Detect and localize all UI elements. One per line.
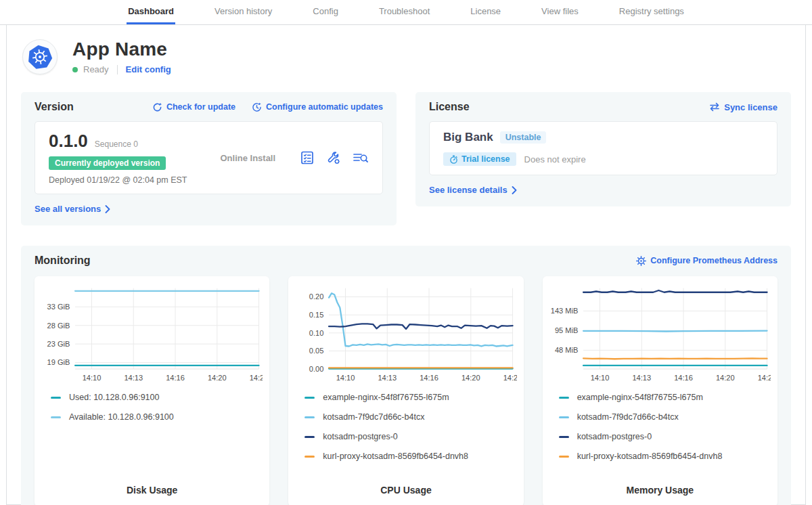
svg-text:14:16: 14:16 <box>166 374 185 382</box>
svg-text:19 GiB: 19 GiB <box>47 358 70 366</box>
legend-item: example-nginx-54f8f76755-l675m <box>559 393 771 402</box>
memory-usage-chart: 14:1014:1314:1614:2014:2348 MiB95 MiB143… <box>549 283 771 387</box>
license-expiry: Does not expire <box>524 154 586 164</box>
legend-swatch <box>559 397 569 399</box>
monitoring-title: Monitoring <box>35 255 91 267</box>
svg-text:33 GiB: 33 GiB <box>47 303 70 311</box>
refresh-icon <box>152 102 162 112</box>
configure-prometheus-label: Configure Prometheus Address <box>650 256 777 265</box>
gear-icon <box>636 256 646 266</box>
legend-label: kotsadm-postgres-0 <box>577 432 652 441</box>
chevron-right-icon <box>105 205 110 213</box>
tab-license[interactable]: License <box>469 0 502 24</box>
license-panel: Big Bank Unstable Trial license Does not… <box>429 121 777 175</box>
status-dot <box>72 67 78 72</box>
disk-usage-legend: Used: 10.128.0.96:9100Available: 10.128.… <box>51 393 263 422</box>
deployed-timestamp: Deployed 01/19/22 @ 02:04 pm EST <box>49 175 196 185</box>
configure-automatic-updates-label: Configure automatic updates <box>266 102 383 112</box>
svg-text:14:16: 14:16 <box>674 374 693 382</box>
disk-usage-chart: 14:1014:1314:1614:2014:2319 GiB23 GiB28 … <box>41 283 263 387</box>
channel-badge: Unstable <box>500 131 547 144</box>
legend-swatch <box>304 397 315 399</box>
app-header-text: App Name Ready Edit config <box>72 39 171 74</box>
legend-label: example-nginx-54f8f76755-l675m <box>323 393 449 402</box>
cpu-usage-chart: 14:1014:1314:1614:2014:230.000.050.100.1… <box>295 283 516 387</box>
svg-text:14:13: 14:13 <box>124 374 143 382</box>
memory-usage-chart-card: 14:1014:1314:1614:2014:2348 MiB95 MiB143… <box>543 276 777 505</box>
legend-item: Used: 10.128.0.96:9100 <box>51 393 263 402</box>
svg-text:0.20: 0.20 <box>309 292 324 301</box>
tab-registry-settings[interactable]: Registry settings <box>618 0 685 24</box>
nav-tabs: DashboardVersion historyConfigTroublesho… <box>127 0 685 24</box>
legend-swatch <box>559 416 569 418</box>
sync-icon <box>709 102 720 112</box>
svg-text:95 MiB: 95 MiB <box>555 326 578 334</box>
svg-text:14:23: 14:23 <box>250 374 263 382</box>
app-status: Ready <box>83 64 109 74</box>
monitoring-section: Monitoring Configur <box>21 246 791 505</box>
configure-prometheus-link[interactable]: Configure Prometheus Address <box>636 256 777 266</box>
svg-text:0.10: 0.10 <box>309 329 324 337</box>
legend-label: Used: 10.128.0.96:9100 <box>69 393 159 402</box>
tab-config[interactable]: Config <box>311 0 340 24</box>
legend-item: kotsadm-7f9dc7d66c-b4tcx <box>304 412 516 422</box>
tab-view-files[interactable]: View files <box>540 0 580 24</box>
cpu-usage-legend: example-nginx-54f8f76755-l675mkotsadm-7f… <box>304 393 516 461</box>
svg-text:14:20: 14:20 <box>461 374 480 382</box>
content-card: App Name Ready Edit config Version <box>6 25 806 505</box>
legend-label: example-nginx-54f8f76755-l675m <box>577 393 703 402</box>
sync-license-link[interactable]: Sync license <box>709 102 777 112</box>
customer-name: Big Bank <box>443 131 493 144</box>
version-sequence: Sequence 0 <box>95 139 138 149</box>
stopwatch-icon <box>449 155 458 164</box>
svg-text:14:13: 14:13 <box>378 374 397 382</box>
page-title: App Name <box>72 39 171 60</box>
svg-text:0.00: 0.00 <box>309 365 324 373</box>
license-card-title: License <box>429 101 470 113</box>
trial-license-badge: Trial license <box>443 152 516 166</box>
charts-row: 14:1014:1314:1614:2014:2319 GiB23 GiB28 … <box>35 276 777 505</box>
svg-text:14:10: 14:10 <box>336 374 355 382</box>
see-license-details-link[interactable]: See license details <box>429 185 517 195</box>
edit-config-link[interactable]: Edit config <box>126 64 171 74</box>
memory-usage-chart-title: Memory Usage <box>549 478 771 496</box>
svg-text:14:13: 14:13 <box>632 374 651 382</box>
cpu-usage-chart-title: CPU Usage <box>295 478 516 496</box>
configure-automatic-updates-link[interactable]: Configure automatic updates <box>252 102 383 112</box>
svg-text:23 GiB: 23 GiB <box>47 340 70 348</box>
legend-label: kurl-proxy-kotsadm-8569fb6454-dnvh8 <box>577 452 723 461</box>
svg-text:14:23: 14:23 <box>757 374 771 382</box>
sync-license-label: Sync license <box>724 102 777 112</box>
see-all-versions-link[interactable]: See all versions <box>35 204 110 214</box>
legend-swatch <box>304 456 315 458</box>
license-card: License Sync license Big Bank Unstable <box>415 92 791 206</box>
legend-item: Available: 10.128.0.96:9100 <box>51 412 263 422</box>
tab-troubleshoot[interactable]: Troubleshoot <box>378 0 431 24</box>
legend-item: kotsadm-postgres-0 <box>559 432 771 441</box>
edit-config-wrench-icon[interactable] <box>326 150 341 165</box>
legend-swatch <box>51 397 61 399</box>
check-for-update-link[interactable]: Check for update <box>152 102 235 112</box>
preflight-checks-icon[interactable] <box>300 150 315 165</box>
disk-usage-chart-card: 14:1014:1314:1614:2014:2319 GiB23 GiB28 … <box>35 276 269 505</box>
tab-version-history[interactable]: Version history <box>213 0 273 24</box>
legend-item: example-nginx-54f8f76755-l675m <box>304 393 516 402</box>
legend-item: kurl-proxy-kotsadm-8569fb6454-dnvh8 <box>304 452 516 461</box>
app-header: App Name Ready Edit config <box>21 36 791 74</box>
legend-label: kurl-proxy-kotsadm-8569fb6454-dnvh8 <box>323 452 468 461</box>
svg-text:14:10: 14:10 <box>83 374 102 382</box>
schedule-icon <box>252 102 262 112</box>
kubernetes-icon <box>22 39 58 74</box>
deployed-badge: Currently deployed version <box>49 156 166 170</box>
cpu-usage-chart-card: 14:1014:1314:1614:2014:230.000.050.100.1… <box>288 276 523 505</box>
chevron-right-icon <box>512 186 517 194</box>
install-type: Online Install <box>196 153 300 163</box>
view-diff-files-icon[interactable] <box>353 150 369 165</box>
legend-swatch <box>51 416 61 418</box>
tab-dashboard[interactable]: Dashboard <box>127 0 175 24</box>
legend-item: kotsadm-postgres-0 <box>304 432 516 441</box>
legend-item: kotsadm-7f9dc7d66c-b4tcx <box>559 412 771 422</box>
svg-text:28 GiB: 28 GiB <box>47 322 70 330</box>
disk-usage-chart-title: Disk Usage <box>41 478 263 496</box>
svg-text:0.15: 0.15 <box>309 311 324 319</box>
